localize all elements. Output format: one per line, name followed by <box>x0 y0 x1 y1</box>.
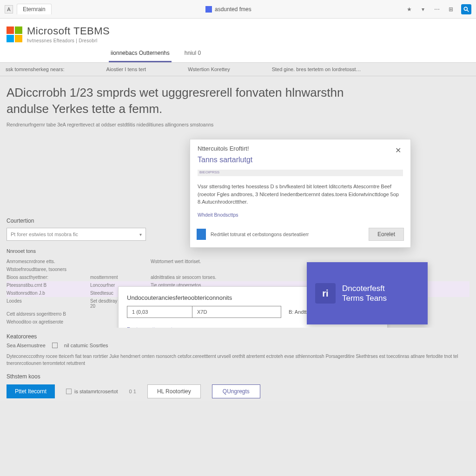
combo-input[interactable]: 1 (0,03 X7D <box>127 306 281 318</box>
brand-subtitle: hvtnessnes Efteadors | Dresobrl <box>27 38 110 43</box>
subnav-item[interactable]: Wstertion Korettey <box>188 66 230 72</box>
page-footer: Keatororees Sea Alsernustree nil catumic… <box>0 328 476 401</box>
square-icon <box>66 389 72 394</box>
favicon-icon <box>205 6 212 13</box>
hero-title: ADiccrrobh 1/23 smprds wet ugggresrerell… <box>7 85 469 117</box>
page-address: asdunted fmes <box>215 6 251 13</box>
page-header: Microsoft TEBMS hvtnessnes Efteadors | D… <box>0 19 476 63</box>
hero-title-line1: ADiccrrobh 1/23 smprds wet ugggresrerell… <box>7 86 344 99</box>
close-icon[interactable]: ✕ <box>393 145 403 156</box>
tab-primary-1[interactable]: iionnebacs Outternenhs <box>109 47 172 62</box>
svg-point-0 <box>464 7 467 10</box>
modal-ribbon: BIEOIPRSS <box>198 170 403 176</box>
modal-link[interactable]: Whdeit Bnodscttps <box>198 212 238 219</box>
hero: ADiccrrobh 1/23 smprds wet ugggresrerell… <box>0 76 476 132</box>
subnav-item[interactable]: ssk tomrensherkeg nears: <box>6 66 65 72</box>
modal-body-text: Vssr sttersdng tertes hoesstess D s brvf… <box>198 183 403 206</box>
more-icon[interactable]: ⋯ <box>433 6 441 13</box>
app-badge: A <box>5 5 13 13</box>
page-indicator: 0 1 <box>129 389 136 394</box>
modal-footer-text: Redrtilet totrurat et cerbstongons desrt… <box>211 231 309 237</box>
system-label: Sthstem koos <box>7 373 469 380</box>
star-icon[interactable]: ★ <box>405 6 413 13</box>
subnav-item[interactable]: Aiostier I tens tert <box>106 66 146 72</box>
chevron-down-icon: ▾ <box>139 232 142 237</box>
microsoft-logo-icon <box>7 26 22 42</box>
secondary-nav: ssk tomrensherkeg nears: Aiostier I tens… <box>0 63 476 76</box>
footer-paragraph: Dyteconecccothny rocee tteicerh fiat tea… <box>7 353 469 367</box>
modal-dialog: Nttercuitols Eroftirt! Tanns sartarlutgt… <box>190 139 411 248</box>
modal-confirm-button[interactable]: Eorelet <box>369 228 404 241</box>
primary-button[interactable]: Pttet Itecornt <box>7 384 55 398</box>
combo-value-2: X7D <box>192 306 281 317</box>
promo-card[interactable]: ri Dncoterfesft Terms Teans <box>307 262 428 324</box>
browser-toolbar: A Eternrain asdunted fmes ★ ▾ ⋯ ⊞ <box>0 0 476 19</box>
chevron-down-icon[interactable]: ▾ <box>419 6 427 13</box>
category-select[interactable]: Pt forer estwies tot msobra fic ▾ <box>7 228 146 241</box>
hero-subtitle: Rendrenurfngernr tabe 3eA regrerttevect … <box>7 122 469 127</box>
browser-tab[interactable]: Eternrain <box>17 4 52 14</box>
reference-link[interactable]: Sea Alsernustree <box>7 343 46 348</box>
combo-value-1: 1 (0,03 <box>127 306 192 317</box>
svg-line-1 <box>467 10 469 12</box>
grid-icon[interactable]: ⊞ <box>447 6 455 13</box>
footer-link[interactable]: is statamrtcrosertot <box>66 389 118 394</box>
tab-primary-2[interactable]: hniul 0 <box>183 47 203 62</box>
outline-button[interactable]: QUngregts <box>212 384 260 398</box>
references-label: Keatororees <box>7 333 469 340</box>
reference-link[interactable]: nil catumic Sosrtles <box>64 343 108 348</box>
modal-title: Tanns sartarlutgt <box>198 156 252 164</box>
address-area: asdunted fmes <box>55 6 402 13</box>
secondary-button[interactable]: HL Rootortiey <box>147 384 201 398</box>
hero-title-line2: andulse Yerkes tette a femm. <box>7 102 162 116</box>
brand-title: Microsoft TEBMS <box>27 25 110 37</box>
promo-text: Dncoterfesft Terms Teans <box>342 284 387 304</box>
checkbox[interactable] <box>52 343 58 348</box>
document-icon <box>197 229 206 240</box>
teams-icon: ri <box>315 283 336 304</box>
select-value: Pt forer estwies tot msobra fic <box>11 231 78 237</box>
search-button[interactable] <box>461 4 471 14</box>
subnav-item[interactable]: Sted gine. bres tertetm on lordretosst… <box>272 66 361 72</box>
list-heading: Nnrooet tons <box>7 248 469 254</box>
modal-supertitle: Nttercuitols Eroftirt! <box>198 145 252 152</box>
primary-tabs: iionnebacs Outternenhs hniul 0 <box>7 47 469 62</box>
